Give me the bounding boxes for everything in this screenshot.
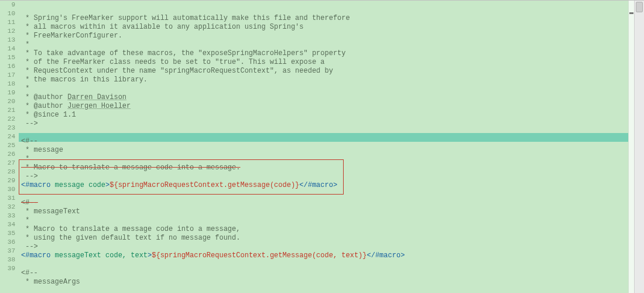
code-text: * @author Darren Davison: [19, 93, 126, 102]
code-text: <#--: [19, 199, 38, 207]
scrollbar-thumb[interactable]: [636, 2, 643, 12]
code-text: * all macros within it available to any …: [19, 23, 303, 32]
current-line-highlight: [19, 133, 634, 142]
code-text: -->: [19, 120, 38, 128]
code-line[interactable]: * using the given default text if no mes…: [19, 234, 644, 243]
code-line[interactable]: * RequestContext under the name "springM…: [19, 67, 644, 76]
line-number: 34: [0, 220, 15, 229]
line-number: 26: [0, 150, 15, 159]
line-number: 15: [0, 53, 15, 62]
overview-ruler[interactable]: [628, 1, 634, 293]
line-number: 39: [0, 264, 15, 273]
code-text: * Spring's FreeMarker support will autom…: [19, 14, 350, 23]
line-number: 28: [0, 168, 15, 176]
line-number-gutter: 9101112131415161718192021222324252627282…: [0, 1, 19, 293]
code-text: *: [19, 216, 29, 225]
code-line[interactable]: <#--: [19, 269, 644, 278]
line-number: 29: [0, 176, 15, 185]
code-text: *: [19, 84, 29, 93]
line-number: 37: [0, 247, 15, 255]
code-line[interactable]: -->: [19, 243, 644, 251]
line-number: 32: [0, 203, 15, 212]
code-line[interactable]: *: [19, 216, 644, 225]
code-text: * @author Juergen Hoeller: [19, 102, 131, 111]
code-line[interactable]: * Spring's FreeMarker support will autom…: [19, 14, 644, 23]
workbench: message_...spring.f...message_en.p... 91…: [0, 0, 644, 293]
code-text: <#macro message code>${springMacroReques…: [19, 181, 337, 190]
code-text: <#macro messageText code, text>${springM…: [19, 251, 405, 260]
code-line[interactable]: * all macros within it available to any …: [19, 23, 644, 32]
line-number: 22: [0, 115, 15, 124]
code-line[interactable]: * the macros in this library.: [19, 76, 644, 84]
line-number: 36: [0, 238, 15, 247]
line-number: 33: [0, 212, 15, 220]
code-text: * FreeMarkerConfigurer.: [19, 32, 122, 40]
code-line[interactable]: -->: [19, 172, 644, 181]
code-line[interactable]: [19, 260, 644, 269]
code-text: -->: [19, 243, 38, 251]
code-line[interactable]: * Macro to translate a message code into…: [19, 163, 644, 172]
code-line[interactable]: * @since 1.1: [19, 111, 644, 120]
code-line[interactable]: * To take advantage of these macros, the…: [19, 49, 644, 58]
line-number: 13: [0, 36, 15, 45]
code-text: * @since 1.1: [19, 111, 76, 120]
code-line[interactable]: *: [19, 84, 644, 93]
line-number: 19: [0, 88, 15, 97]
code-line[interactable]: * Macro to translate a message code into…: [19, 225, 644, 234]
line-number: 24: [0, 132, 15, 141]
code-text: * of the FreeMarker class needs to be se…: [19, 58, 324, 67]
code-line[interactable]: <#macro messageText code, text>${springM…: [19, 251, 644, 260]
code-text: * messageText: [19, 207, 80, 216]
line-number: 25: [0, 141, 15, 150]
code-text: -->: [19, 172, 38, 181]
editor-area: 9101112131415161718192021222324252627282…: [0, 1, 644, 293]
vertical-scrollbar[interactable]: [634, 1, 644, 293]
code-text: *: [19, 155, 29, 163]
line-number: 16: [0, 62, 15, 71]
line-number: 30: [0, 185, 15, 194]
code-line[interactable]: <#macro message code>${springMacroReques…: [19, 181, 644, 190]
code-text: *: [19, 40, 29, 49]
line-number: 9: [0, 1, 15, 9]
code-line[interactable]: * messageText: [19, 207, 644, 216]
code-text: <#--: [19, 269, 38, 278]
code-text: * Macro to translate a message code into…: [19, 163, 240, 172]
line-number: 21: [0, 106, 15, 115]
code-text: * using the given default text if no mes…: [19, 234, 240, 243]
line-number: 10: [0, 9, 15, 18]
code-line[interactable]: -->: [19, 120, 644, 128]
code-line[interactable]: * messageArgs: [19, 278, 644, 287]
code-text: * messageArgs: [19, 278, 80, 287]
code-line[interactable]: * message: [19, 146, 644, 155]
line-number: 31: [0, 194, 15, 203]
code-line[interactable]: * FreeMarkerConfigurer.: [19, 32, 644, 40]
code-line[interactable]: * of the FreeMarker class needs to be se…: [19, 58, 644, 67]
code-line[interactable]: * @author Juergen Hoeller: [19, 102, 644, 111]
line-number: 18: [0, 80, 15, 88]
line-number: 38: [0, 255, 15, 264]
code-text: <#--: [19, 137, 38, 146]
line-number: 17: [0, 71, 15, 80]
code-line[interactable]: * @author Darren Davison: [19, 93, 644, 102]
code-line[interactable]: [19, 190, 644, 199]
line-number: 27: [0, 159, 15, 168]
overview-mark: [629, 12, 633, 14]
code-text: * the macros in this library.: [19, 76, 148, 84]
code-text: * RequestContext under the name "springM…: [19, 67, 333, 76]
line-number: 14: [0, 45, 15, 53]
line-number: 23: [0, 124, 15, 132]
code-line[interactable]: <#--: [19, 199, 644, 207]
code-view[interactable]: * Spring's FreeMarker support will autom…: [19, 1, 644, 293]
code-text: * Macro to translate a message code into…: [19, 225, 240, 234]
line-number: 11: [0, 18, 15, 27]
line-number: 20: [0, 97, 15, 106]
line-number: 35: [0, 229, 15, 238]
code-text: * To take advantage of these macros, the…: [19, 49, 346, 58]
code-text: * message: [19, 146, 63, 155]
code-line[interactable]: *: [19, 155, 644, 163]
line-number: 12: [0, 27, 15, 36]
code-line[interactable]: *: [19, 40, 644, 49]
